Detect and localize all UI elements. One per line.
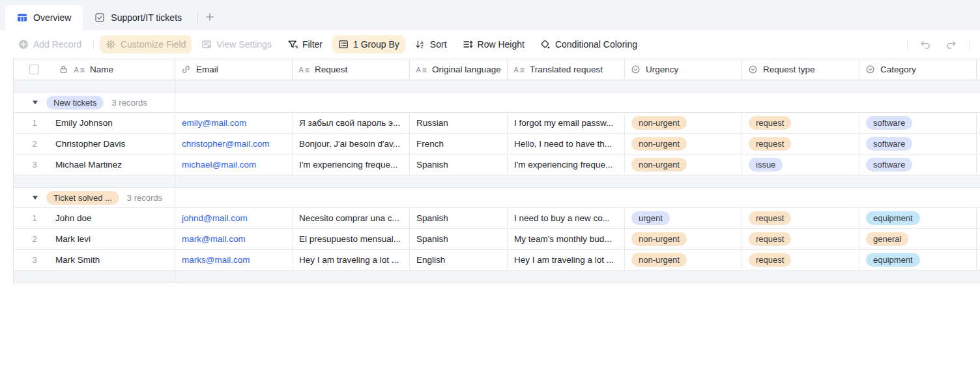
urgency-cell[interactable]: non-urgent <box>625 250 742 270</box>
table-row[interactable]: 1 John doe johnd@mail.com Necesito compr… <box>13 208 980 229</box>
translated-request-cell[interactable]: Hey I am traveling a lot ... <box>508 250 625 270</box>
select-all-checkbox[interactable] <box>29 65 39 74</box>
email-link[interactable]: michael@mail.com <box>182 160 256 170</box>
request-cell[interactable]: El presupuesto mensual... <box>293 229 410 249</box>
name-cell[interactable]: 3 Mark Smith <box>14 250 175 270</box>
request-cell[interactable]: Bonjour, J'ai besoin d'av... <box>293 134 410 154</box>
table-row[interactable]: 2 Mark levi mark@mail.com El presupuesto… <box>13 229 980 250</box>
name-cell[interactable]: 3 Michael Martinez <box>14 155 175 175</box>
column-header-translated-request[interactable]: A Urgency Translated request <box>508 59 625 80</box>
row-number: 2 <box>14 139 55 149</box>
translated-request-cell[interactable]: I forgot my email passw... <box>508 113 625 133</box>
customize-field-button[interactable]: Customize Field <box>100 35 192 53</box>
email-link[interactable]: christopher@mail.com <box>182 139 270 149</box>
column-header-email[interactable]: Email <box>175 59 293 80</box>
add-record-button[interactable]: Add Record <box>12 35 87 53</box>
email-cell[interactable]: mark@mail.com <box>175 229 293 249</box>
original-language-cell[interactable]: Russian <box>410 113 508 133</box>
name-cell[interactable]: 1 Emily Johnson <box>14 113 175 133</box>
request-type-cell[interactable]: request <box>742 250 859 270</box>
table-row[interactable]: 3 Michael Martinez michael@mail.com I'm … <box>13 155 980 175</box>
original-language-cell[interactable]: French <box>410 134 508 154</box>
email-cell[interactable]: michael@mail.com <box>175 155 293 175</box>
group-rows: 1 John doe johnd@mail.com Necesito compr… <box>13 208 980 271</box>
category-cell[interactable]: equipment <box>859 250 977 270</box>
request-type-cell[interactable]: request <box>742 229 859 249</box>
urgency-badge: urgent <box>631 211 670 225</box>
request-cell[interactable]: Necesito comprar una c... <box>293 208 410 228</box>
request-type-cell[interactable]: request <box>742 113 859 133</box>
gear-icon <box>106 39 116 50</box>
email-cell[interactable]: marks@mail.com <box>175 250 293 270</box>
original-language-cell[interactable]: Spanish <box>410 229 508 249</box>
sort-icon: AZ <box>415 39 425 50</box>
conditional-coloring-button[interactable]: Conditional Coloring <box>534 35 643 53</box>
add-table-button[interactable] <box>201 8 219 26</box>
translated-request-cell[interactable]: I'm experiencing freque... <box>508 155 625 175</box>
email-link[interactable]: emily@mail.com <box>182 118 246 128</box>
sort-button[interactable]: AZ Sort <box>409 35 453 53</box>
tab-support-it-tickets[interactable]: Support/IT tickets <box>83 5 194 30</box>
request-type-cell[interactable]: request <box>742 208 859 228</box>
column-header-request-type[interactable]: Request type <box>742 59 859 80</box>
translated-request-cell[interactable]: My team's monthly bud... <box>508 229 625 249</box>
email-link[interactable]: johnd@mail.com <box>182 213 248 223</box>
category-cell[interactable]: software <box>859 113 977 133</box>
name-cell[interactable]: 1 John doe <box>14 208 175 228</box>
column-header-request[interactable]: A Request <box>293 59 410 80</box>
urgency-cell[interactable]: urgent <box>625 208 742 228</box>
column-header-urgency[interactable]: Urgency <box>625 59 742 80</box>
translated-request-cell[interactable]: Hello, I need to have th... <box>508 134 625 154</box>
table-row[interactable]: 2 Christopher Davis christopher@mail.com… <box>13 134 980 155</box>
column-header-original-language[interactable]: A Original language <box>410 59 508 80</box>
group-header[interactable]: Ticket solved ... 3 records <box>13 188 980 208</box>
tab-bar: Overview Support/IT tickets <box>0 0 980 30</box>
category-cell[interactable]: software <box>859 155 977 175</box>
urgency-cell[interactable]: non-urgent <box>625 134 742 154</box>
request-cell[interactable]: Hey I am traveling a lot ... <box>293 250 410 270</box>
email-link[interactable]: marks@mail.com <box>182 255 250 265</box>
link-icon <box>181 65 191 74</box>
tab-overview[interactable]: Overview <box>5 5 83 30</box>
urgency-cell[interactable]: non-urgent <box>625 229 742 249</box>
column-header-name[interactable]: A Name <box>14 59 175 80</box>
row-height-button[interactable]: Row Height <box>457 35 530 53</box>
urgency-cell[interactable]: non-urgent <box>625 113 742 133</box>
name-text: Michael Martinez <box>55 160 122 170</box>
text-field-icon: A <box>298 65 310 75</box>
group-by-button[interactable]: 1 Group By <box>332 35 405 53</box>
email-cell[interactable]: christopher@mail.com <box>175 134 293 154</box>
request-cell[interactable]: Я забыл свой пароль э... <box>293 113 410 133</box>
request-type-cell[interactable]: issue <box>742 155 859 175</box>
email-link[interactable]: mark@mail.com <box>182 234 246 244</box>
email-cell[interactable]: emily@mail.com <box>175 113 293 133</box>
column-label: Translated request <box>530 65 603 74</box>
collapse-triangle-icon[interactable] <box>32 194 38 201</box>
original-language-cell[interactable]: Spanish <box>410 208 508 228</box>
category-cell[interactable]: general <box>859 229 977 249</box>
row-number: 1 <box>14 118 55 128</box>
original-language-cell[interactable]: Spanish <box>410 155 508 175</box>
category-cell[interactable]: equipment <box>859 208 977 228</box>
column-label: Name <box>90 65 113 74</box>
view-settings-button[interactable]: View Settings <box>195 35 278 53</box>
table-row[interactable]: 3 Mark Smith marks@mail.com Hey I am tra… <box>13 250 980 271</box>
request-type-cell[interactable]: request <box>742 134 859 154</box>
redo-button[interactable] <box>941 35 962 54</box>
table-row[interactable]: 1 Emily Johnson emily@mail.com Я забыл с… <box>13 113 980 134</box>
name-cell[interactable]: 2 Mark levi <box>14 229 175 249</box>
grid-table-icon <box>17 12 27 23</box>
filter-button[interactable]: Filter <box>281 35 328 53</box>
column-header-category[interactable]: Category <box>859 59 977 80</box>
request-cell[interactable]: I'm experiencing freque... <box>293 155 410 175</box>
original-language-cell[interactable]: English <box>410 250 508 270</box>
name-cell[interactable]: 2 Christopher Davis <box>14 134 175 154</box>
group-header[interactable]: New tickets 3 records <box>13 93 980 113</box>
undo-button[interactable] <box>914 35 936 54</box>
email-cell[interactable]: johnd@mail.com <box>175 208 293 228</box>
collapse-triangle-icon[interactable] <box>32 99 38 106</box>
row-number: 3 <box>14 255 55 265</box>
urgency-cell[interactable]: non-urgent <box>625 155 742 175</box>
category-cell[interactable]: software <box>859 134 977 154</box>
translated-request-cell[interactable]: I need to buy a new co... <box>508 208 625 228</box>
